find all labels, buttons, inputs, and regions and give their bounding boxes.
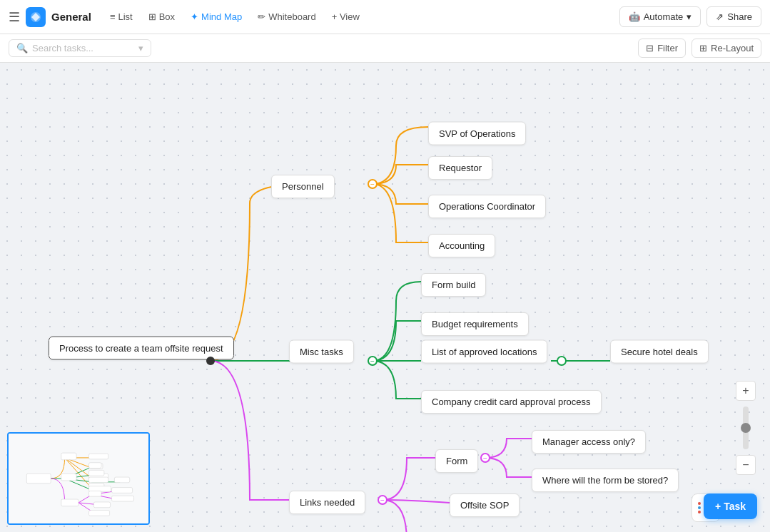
- svg-rect-9: [89, 470, 104, 476]
- svg-rect-13: [61, 499, 78, 506]
- zoom-slider[interactable]: [743, 406, 749, 449]
- grid-dot-7: [698, 511, 701, 513]
- tab-add-view[interactable]: + View: [325, 8, 367, 26]
- list-icon: ≡: [110, 11, 116, 22]
- zoom-out-button[interactable]: −: [736, 455, 756, 475]
- hamburger-icon[interactable]: ☰: [9, 9, 20, 25]
- relayout-icon: ⊞: [699, 43, 707, 53]
- svg-rect-8: [89, 463, 101, 469]
- svg-rect-2: [61, 453, 76, 460]
- mindmap-canvas[interactable]: Process to create a team offsite request…: [0, 63, 770, 532]
- tab-whiteboard[interactable]: ✏ Whiteboard: [250, 8, 323, 26]
- personnel-node[interactable]: Personnel: [271, 175, 335, 198]
- toolbar-right: ⊟ Filter ⊞ Re-Layout: [638, 39, 761, 58]
- svg-rect-7: [61, 474, 76, 481]
- box-icon: ⊞: [148, 11, 156, 22]
- search-bar[interactable]: 🔍 Search tasks... ▾: [9, 39, 151, 57]
- personnel-connector[interactable]: −: [368, 179, 378, 189]
- share-icon: ⇗: [716, 11, 724, 22]
- relayout-button[interactable]: ⊞ Re-Layout: [692, 39, 761, 58]
- automate-button[interactable]: 🤖 Automate ▾: [619, 6, 701, 27]
- view-tabs: ≡ List ⊞ Box ✦ Mind Map ✏ Whiteboard + V…: [103, 8, 367, 26]
- manager-access-node[interactable]: Manager access only?: [532, 430, 646, 454]
- offsite-sop-node[interactable]: Offsite SOP: [450, 493, 520, 517]
- search-placeholder: Search tasks...: [32, 43, 93, 53]
- svg-rect-3: [89, 454, 108, 459]
- mindmap-icon: ✦: [191, 11, 198, 22]
- add-task-button[interactable]: + Task: [704, 493, 757, 519]
- filter-button[interactable]: ⊟ Filter: [638, 39, 686, 58]
- ops-coordinator-node[interactable]: Operations Coordinator: [428, 195, 546, 218]
- svg-rect-1: [26, 474, 51, 484]
- cc-approval-node[interactable]: Company credit card approval process: [421, 390, 602, 414]
- grid-dot-1: [698, 502, 701, 505]
- header: ☰ General ≡ List ⊞ Box ✦ Mind Map ✏ Whit…: [0, 0, 770, 34]
- svg-rect-17: [93, 502, 110, 508]
- budget-node[interactable]: Budget requirements: [421, 312, 529, 336]
- share-button[interactable]: ⇗ Share: [706, 6, 761, 27]
- search-chevron-icon: ▾: [138, 43, 143, 53]
- svp-node[interactable]: SVP of Operations: [428, 122, 526, 145]
- links-needed-node[interactable]: Links needed: [289, 491, 365, 514]
- whiteboard-icon: ✏: [258, 11, 265, 22]
- tab-mindmap[interactable]: ✦ Mind Map: [183, 8, 249, 26]
- hotel-deals-node[interactable]: Secure hotel deals: [610, 340, 709, 364]
- form-connector[interactable]: −: [480, 453, 490, 463]
- search-icon: 🔍: [16, 43, 28, 53]
- root-node[interactable]: Process to create a team offsite request: [49, 337, 234, 360]
- tab-list[interactable]: ≡ List: [103, 8, 140, 26]
- root-connector: [206, 357, 215, 365]
- toolbar: 🔍 Search tasks... ▾ ⊟ Filter ⊞ Re-Layout: [0, 34, 770, 63]
- svg-rect-14: [89, 491, 101, 496]
- zoom-in-button[interactable]: +: [736, 381, 756, 401]
- svg-rect-11: [114, 477, 129, 483]
- requestor-node[interactable]: Requestor: [428, 156, 492, 180]
- automate-chevron-icon: ▾: [687, 11, 692, 22]
- header-actions: 🤖 Automate ▾ ⇗ Share: [619, 6, 761, 27]
- misc-tasks-node[interactable]: Misc tasks: [289, 340, 354, 364]
- zoom-handle[interactable]: [741, 423, 751, 433]
- zoom-controls: + −: [736, 381, 756, 475]
- svg-rect-15: [112, 488, 133, 493]
- links-connector[interactable]: −: [378, 495, 387, 505]
- form-stored-node[interactable]: Where will the form be stored?: [532, 469, 679, 492]
- svg-rect-10: [89, 477, 108, 483]
- svg-rect-16: [112, 496, 134, 501]
- form-node[interactable]: Form: [435, 449, 478, 473]
- svg-rect-18: [89, 511, 110, 516]
- minimap: [7, 432, 150, 525]
- workspace-title: General: [51, 11, 91, 23]
- approved-locations-node[interactable]: List of approved locations: [421, 340, 547, 364]
- approved-locations-connector[interactable]: [557, 356, 567, 366]
- accounting-node[interactable]: Accounting: [428, 234, 495, 257]
- filter-icon: ⊟: [646, 43, 654, 53]
- grid-dot-4: [698, 506, 701, 509]
- tab-box[interactable]: ⊞ Box: [141, 8, 182, 26]
- form-build-node[interactable]: Form build: [421, 273, 486, 297]
- minimap-inner: [9, 434, 148, 523]
- automate-icon: 🤖: [629, 11, 640, 22]
- misc-connector[interactable]: −: [368, 356, 378, 366]
- app-logo: [26, 7, 46, 27]
